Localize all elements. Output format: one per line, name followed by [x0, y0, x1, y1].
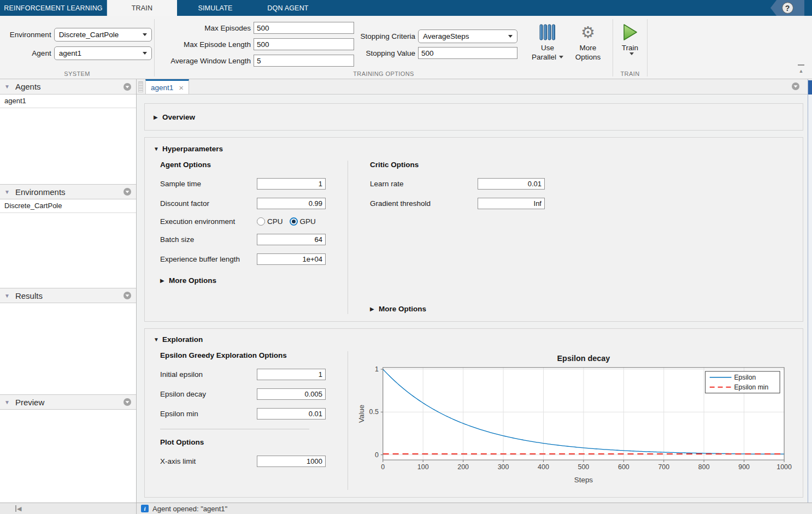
- max-episode-length-input[interactable]: [254, 38, 354, 50]
- splitter-grip-icon[interactable]: [138, 81, 143, 92]
- document-tab-label: agent1: [151, 84, 173, 92]
- agent-dropdown-value: agent1: [59, 49, 139, 57]
- agents-panel-header[interactable]: ▼ Agents: [0, 79, 136, 94]
- ribbon-group-system: Environment Discrete_CartPole Agent agen…: [0, 16, 154, 79]
- chevron-down-icon: [508, 35, 513, 38]
- agent-dropdown[interactable]: agent1: [54, 46, 152, 60]
- initial-epsilon-label: Initial epsilon: [160, 370, 257, 379]
- x-axis-label: Steps: [574, 476, 593, 484]
- system-group-label: SYSTEM: [0, 70, 154, 77]
- panel-menu-icon[interactable]: [123, 187, 132, 196]
- epsilon-decay-chart-area: 0100200300400500600700800900100000.51Eps…: [348, 351, 803, 490]
- collapse-sidebar-bar-icon: [15, 505, 16, 512]
- hyperparameters-section-header[interactable]: ▼ Hyperparameters: [145, 145, 803, 153]
- help-icon[interactable]: ?: [782, 2, 793, 14]
- use-parallel-label-line2: Parallel: [532, 52, 556, 62]
- y-tick-label: 1: [375, 365, 379, 373]
- initial-epsilon-input[interactable]: [257, 369, 326, 380]
- epsilon-min-label: Epsilon min: [160, 410, 257, 418]
- max-episodes-label: Max Episodes: [162, 24, 251, 32]
- tab-reinforcement-learning[interactable]: REINFORCEMENT LEARNING: [0, 0, 107, 16]
- panel-menu-icon[interactable]: [123, 291, 132, 300]
- results-panel-header[interactable]: ▼ Results: [0, 288, 136, 303]
- x-axis-limit-label: X-axis limit: [160, 457, 257, 465]
- tab-train[interactable]: TRAIN: [107, 0, 177, 16]
- environments-panel-title: Environments: [15, 187, 123, 197]
- x-tick-label: 400: [538, 463, 549, 471]
- stopping-criteria-dropdown[interactable]: AverageSteps: [418, 29, 517, 43]
- stopping-value-label: Stopping Value: [358, 49, 415, 57]
- list-item-environment[interactable]: Discrete_CartPole: [0, 199, 136, 213]
- tabstrip-spacer: [322, 0, 770, 16]
- collapse-triangle-icon[interactable]: ▼: [4, 399, 10, 405]
- close-icon[interactable]: ×: [179, 84, 184, 91]
- tab-simulate[interactable]: SIMULATE: [177, 0, 254, 16]
- collapse-triangle-icon[interactable]: ▼: [4, 293, 10, 299]
- document-tab-agent1[interactable]: agent1 ×: [145, 79, 189, 94]
- sample-time-input[interactable]: [257, 178, 326, 190]
- discount-factor-input[interactable]: [257, 198, 326, 209]
- agents-panel: ▼ Agents agent1: [0, 79, 136, 184]
- gear-icon: ⚙: [581, 24, 595, 40]
- status-bar: ◀ i Agent opened: "agent1": [0, 503, 812, 514]
- epsilon-min-input[interactable]: [257, 408, 326, 420]
- average-window-length-input[interactable]: [254, 55, 354, 67]
- x-tick-label: 300: [498, 463, 509, 471]
- batch-size-input[interactable]: [257, 234, 326, 245]
- overview-section-header[interactable]: ▶ Overview: [145, 104, 803, 130]
- info-icon: i: [141, 505, 149, 512]
- sample-time-label: Sample time: [160, 180, 257, 188]
- agent-more-options-label: More Options: [169, 276, 216, 285]
- x-axis-limit-input[interactable]: [257, 456, 326, 467]
- options-divider: [160, 429, 309, 429]
- background-window-edge: [808, 79, 812, 503]
- parallel-bars-icon: [539, 23, 556, 42]
- collapse-triangle-icon[interactable]: ▼: [4, 84, 10, 90]
- preview-panel-title: Preview: [15, 398, 123, 407]
- collapse-triangle-icon[interactable]: ▼: [154, 336, 162, 342]
- learn-rate-input[interactable]: [478, 178, 545, 190]
- epsilon-decay-input[interactable]: [257, 388, 326, 400]
- collapse-triangle-icon[interactable]: ▼: [4, 189, 10, 195]
- experience-buffer-length-input[interactable]: [257, 253, 326, 265]
- chart-title: Epsilon decay: [557, 354, 610, 363]
- panel-menu-icon[interactable]: [123, 82, 132, 91]
- overview-title: Overview: [162, 113, 195, 121]
- tab-dqn-agent[interactable]: DQN AGENT: [254, 0, 322, 16]
- x-tick-label: 200: [457, 463, 469, 471]
- environments-panel-header[interactable]: ▼ Environments: [0, 184, 136, 199]
- agent-options-column: Agent Options Sample time Discount facto…: [145, 161, 348, 314]
- expand-triangle-icon[interactable]: ▶: [154, 114, 162, 120]
- training-options-group-label: TRAINING OPTIONS: [155, 70, 613, 77]
- max-episodes-input[interactable]: [254, 22, 354, 34]
- collapse-ribbon-icon[interactable]: ▲: [797, 64, 805, 74]
- preview-area: [0, 410, 136, 503]
- cpu-radio[interactable]: [257, 217, 265, 226]
- document-menu-icon[interactable]: [791, 82, 800, 91]
- more-options-label-line2: Options: [575, 52, 601, 62]
- hyperparameters-title: Hyperparameters: [162, 145, 223, 153]
- critic-more-options[interactable]: ▶ More Options: [370, 305, 545, 313]
- reinforcement-learning-designer-window: REINFORCEMENT LEARNING TRAIN SIMULATE DQ…: [0, 0, 812, 514]
- collapse-ribbon-arrow: ▲: [799, 68, 804, 74]
- cpu-radio-label[interactable]: CPU: [267, 217, 283, 226]
- exploration-section-header[interactable]: ▼ Exploration: [145, 335, 803, 344]
- gpu-radio[interactable]: [290, 217, 298, 226]
- expand-triangle-icon: ▶: [370, 306, 379, 312]
- gradient-threshold-input[interactable]: [478, 198, 545, 209]
- agent-options-title: Agent Options: [160, 161, 326, 169]
- preview-panel-header[interactable]: ▼ Preview: [0, 394, 136, 410]
- gpu-radio-label[interactable]: GPU: [300, 217, 316, 226]
- y-tick-label: 0: [375, 451, 379, 459]
- x-tick-label: 500: [578, 463, 590, 471]
- more-options-label-line1: More: [580, 43, 597, 52]
- sidebar-collapse-control[interactable]: ◀: [0, 503, 137, 514]
- agents-panel-title: Agents: [15, 82, 123, 91]
- collapse-triangle-icon[interactable]: ▼: [154, 146, 162, 152]
- agent-more-options[interactable]: ▶ More Options: [160, 276, 326, 285]
- list-item-agent[interactable]: agent1: [0, 94, 136, 108]
- stopping-value-input[interactable]: [418, 47, 517, 59]
- learn-rate-label: Learn rate: [370, 180, 478, 188]
- panel-menu-icon[interactable]: [123, 398, 132, 406]
- environment-dropdown[interactable]: Discrete_CartPole: [54, 28, 152, 42]
